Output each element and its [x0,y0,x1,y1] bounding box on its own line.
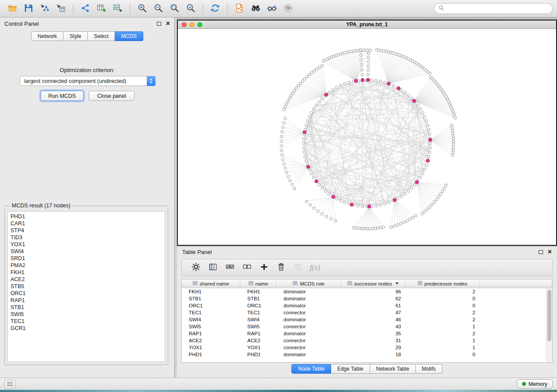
window-close-icon[interactable] [182,22,187,27]
refresh-button[interactable] [207,1,223,16]
import-network-button[interactable] [37,1,53,16]
column-header-successor-nodes[interactable]: successor nodes [341,279,405,288]
mcds-result-item[interactable]: STB5 [10,283,162,290]
window-maximize-icon[interactable] [197,22,202,27]
function-builder-button[interactable]: f(x) [307,261,323,275]
table-scrollbar-thumb[interactable] [547,290,551,341]
column-header-shared-name[interactable]: shared name [182,279,240,288]
optimization-criterion-select[interactable]: largest connected component (undirected) [20,76,156,86]
zoom-fit-button[interactable] [166,1,183,16]
memory-button[interactable]: Memory [517,379,553,389]
menu-list-button[interactable] [4,380,16,389]
tab-mcds[interactable]: MCDS [115,31,143,41]
table-row[interactable]: TEC1TEC1connector472 [182,309,552,316]
mcds-result-item[interactable]: PHD1 [10,213,162,220]
save-button[interactable] [21,1,37,16]
table-row[interactable]: FKH1FKH1dominator962 [182,288,552,295]
search-input[interactable] [446,6,548,12]
table-row[interactable]: SWI5SWI5connector431 [182,323,552,330]
mcds-result-item[interactable]: PMA2 [10,262,162,269]
main-toolbar [0,0,557,17]
float-panel-icon[interactable] [157,22,161,26]
control-panel-tabs: Network Style Select MCDS [0,31,174,41]
cell-successor-nodes: 29 [341,345,405,350]
gear-button[interactable] [188,261,204,275]
close-panel-icon[interactable]: × [166,21,170,26]
cell-predecessor-nodes: 2 [405,317,480,322]
zoom-out-button[interactable] [150,1,166,16]
column-header-mcds-role[interactable]: MCDS role [277,279,341,288]
mcds-result-item[interactable]: RAP1 [10,297,162,304]
table-row[interactable]: STB1STB1dominator620 [182,295,552,302]
tab-node-table[interactable]: Node Table [291,364,331,374]
trash-button[interactable] [273,261,289,275]
table-row[interactable]: RAP1RAP1dominator352 [182,330,552,337]
mcds-result-item[interactable]: SWI5 [10,311,162,318]
mcds-result-item[interactable]: SRD1 [10,255,162,262]
mcds-result-item[interactable]: SWI4 [10,248,162,255]
network-view-titlebar[interactable]: YPA_prune.txt_1 [178,21,556,29]
network-graph[interactable] [178,29,556,245]
close-table-panel-icon[interactable]: × [548,250,552,254]
tab-select[interactable]: Select [88,31,115,41]
table-row[interactable]: PHD1PHD1dominator180 [182,351,552,358]
open-folder-button[interactable] [4,1,21,16]
glasses-button[interactable] [264,1,280,16]
new-table-button[interactable] [93,1,110,16]
eye-icon [283,3,293,14]
select-all-button[interactable] [222,261,238,275]
add-button[interactable] [256,261,272,275]
eye-button[interactable] [280,1,296,16]
column-header-name[interactable]: name [240,279,277,288]
mcds-result-item[interactable]: ACE2 [10,276,162,283]
cell-predecessor-nodes: 1 [405,345,480,350]
zoom-selected-icon [186,3,196,14]
cell-shared-name: TEC1 [182,310,240,315]
table-toolbar: f(x) [181,259,553,276]
table-scrollbar[interactable] [546,288,552,362]
cell-name: RAP1 [240,331,277,336]
cell-successor-nodes: 31 [341,338,405,343]
cell-predecessor-nodes: 1 [405,338,480,343]
tab-style[interactable]: Style [63,31,88,41]
column-header-predecessor-nodes[interactable]: predecessor nodes [405,279,480,288]
binoculars-button[interactable] [248,1,264,16]
table-row[interactable]: SWI4SWI4dominator462 [182,316,552,323]
mcds-result-item[interactable]: TID3 [10,234,162,241]
cell-successor-nodes: 35 [341,331,405,336]
share-document-button[interactable] [232,1,248,16]
run-mcds-button[interactable]: Run MCDS [41,91,83,101]
zoom-selected-button[interactable] [183,1,199,16]
mcds-result-item[interactable]: CAR1 [10,220,162,227]
mcds-result-item[interactable]: YOX1 [10,241,162,248]
mcds-result-item[interactable]: GCR1 [10,325,162,332]
show-columns-button[interactable] [205,261,221,275]
window-minimize-icon[interactable] [190,22,194,27]
select-all-icon [225,262,235,273]
export-image-button[interactable] [110,1,126,16]
table-row[interactable]: ACE2ACE2connector311 [182,337,552,344]
mcds-result-item[interactable]: ORC1 [10,290,162,297]
import-table-button[interactable] [53,1,69,16]
mcds-result-item[interactable]: FKH1 [10,269,162,276]
mcds-result-item[interactable]: STB1 [10,304,162,311]
column-type-icon [249,281,253,286]
float-table-panel-icon[interactable] [539,250,543,254]
search-box[interactable] [434,3,553,14]
close-panel-button[interactable]: Close panel [89,91,135,101]
mcds-result-list[interactable]: PHD1CAR1STP4TID3YOX1SWI4SRD1PMA2FKH1ACE2… [7,211,165,362]
new-network-button[interactable] [77,1,93,16]
tab-network[interactable]: Network [31,31,63,41]
tab-motifs[interactable]: Motifs [416,364,443,374]
mcds-result-item[interactable]: STP4 [10,227,162,234]
table-row[interactable]: ORC1ORC1dominator610 [182,302,552,309]
add-icon [259,262,269,273]
tab-network-table[interactable]: Network Table [370,364,416,374]
tab-edge-table[interactable]: Edge Table [331,364,370,374]
unselect-all-button[interactable] [239,261,255,275]
mcds-result-item[interactable]: TEC1 [10,318,162,325]
zoom-in-button[interactable] [134,1,150,16]
table-row[interactable]: YOX1YOX1connector291 [182,344,552,351]
glasses-icon [267,3,277,14]
cell-mcds-role: connector [277,338,341,343]
